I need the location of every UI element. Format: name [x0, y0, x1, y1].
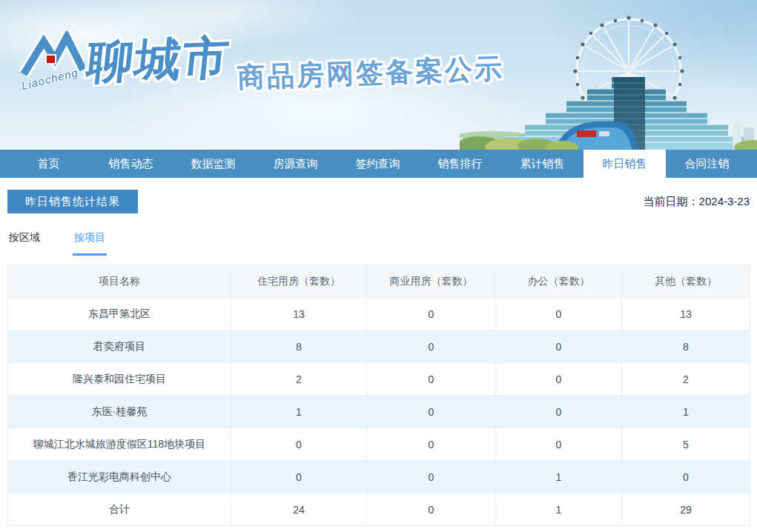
column-header: 办公（套数） — [496, 265, 622, 298]
ferris-wheel-illustration — [460, 0, 757, 150]
count-cell: 2 — [231, 363, 367, 396]
section-title-badge: 昨日销售统计结果 — [7, 190, 138, 213]
project-name-cell: 合计 — [8, 493, 231, 526]
count-cell: 5 — [622, 428, 750, 461]
tab-by-region[interactable]: 按区域 — [7, 228, 42, 256]
count-cell: 24 — [231, 493, 367, 526]
column-header: 住宅用房（套数） — [231, 265, 367, 298]
nav-item-5[interactable]: 签约查询 — [337, 150, 419, 178]
table-body: 东昌甲第北区130013君奕府项目8008隆兴泰和园住宅项目2002东医·桂馨苑… — [8, 298, 750, 526]
nav-item-7[interactable]: 累计销售 — [501, 150, 584, 178]
table-total-row: 合计240129 — [8, 493, 750, 526]
project-name-cell: 香江光彩电商科创中心 — [8, 461, 231, 493]
count-cell: 1 — [496, 461, 622, 493]
tab-by-project[interactable]: 按项目 — [73, 228, 107, 256]
nav-item-1[interactable]: 首页 — [7, 150, 90, 178]
table-row: 聊城江北水城旅游度假区118地块项目0005 — [8, 428, 750, 461]
table-row: 隆兴泰和园住宅项目2002 — [8, 363, 750, 396]
count-cell: 0 — [367, 493, 496, 526]
main-content: 昨日销售统计结果 当前日期：2024-3-23 按区域按项目 项目名称住宅用房（… — [0, 190, 757, 526]
count-cell: 0 — [496, 330, 622, 363]
count-cell: 1 — [231, 396, 367, 428]
project-name-cell: 君奕府项目 — [8, 330, 231, 363]
title-row: 昨日销售统计结果 当前日期：2024-3-23 — [7, 190, 750, 213]
count-cell: 29 — [622, 493, 750, 526]
site-banner: Liaocheng 聊城市 商品房网签备案公示 — [0, 0, 757, 150]
count-cell: 0 — [496, 428, 622, 461]
project-name-cell: 东昌甲第北区 — [8, 298, 231, 330]
count-cell: 0 — [367, 396, 496, 428]
current-date-label: 当前日期： — [644, 195, 699, 207]
project-name-cell: 隆兴泰和园住宅项目 — [8, 363, 231, 396]
column-header: 项目名称 — [8, 265, 231, 298]
table-row: 君奕府项目8008 — [8, 330, 750, 363]
count-cell: 0 — [367, 461, 496, 493]
count-cell: 2 — [622, 363, 750, 396]
table-header-row: 项目名称住宅用房（套数）商业用房（套数）办公（套数）其他（套数） — [8, 265, 750, 298]
site-logo: Liaocheng 聊城市 商品房网签备案公示 — [19, 31, 504, 92]
table-row: 东医·桂馨苑1001 — [8, 396, 750, 428]
column-header: 商业用房（套数） — [367, 265, 496, 298]
count-cell: 13 — [622, 298, 750, 330]
count-cell: 1 — [496, 493, 622, 526]
count-cell: 1 — [622, 396, 750, 428]
count-cell: 0 — [496, 363, 622, 396]
nav-item-9[interactable]: 合同注销 — [666, 150, 748, 178]
current-date-value: 2024-3-23 — [699, 195, 750, 207]
table-row: 香江光彩电商科创中心0010 — [8, 461, 750, 493]
column-header: 其他（套数） — [622, 265, 750, 298]
main-nav: 首页销售动态数据监测房源查询签约查询销售排行累计销售昨日销售合同注销 — [0, 150, 757, 178]
count-cell: 0 — [231, 428, 367, 461]
count-cell: 0 — [622, 461, 750, 493]
count-cell: 0 — [496, 298, 622, 330]
liaocheng-m-logo-icon: Liaocheng — [19, 31, 85, 89]
count-cell: 13 — [231, 298, 367, 330]
current-date: 当前日期：2024-3-23 — [644, 195, 750, 209]
nav-item-3[interactable]: 数据监测 — [172, 150, 254, 178]
site-name: 聊城市 — [84, 29, 233, 92]
nav-item-8[interactable]: 昨日销售 — [584, 150, 666, 178]
project-name-cell: 东医·桂馨苑 — [8, 396, 231, 428]
count-cell: 0 — [496, 396, 622, 428]
count-cell: 0 — [367, 363, 496, 396]
count-cell: 0 — [367, 428, 496, 461]
nav-item-6[interactable]: 销售排行 — [419, 150, 501, 178]
count-cell: 0 — [367, 298, 496, 330]
table-row: 东昌甲第北区130013 — [8, 298, 750, 330]
view-tabs: 按区域按项目 — [7, 228, 750, 255]
count-cell: 0 — [367, 330, 496, 363]
nav-item-4[interactable]: 房源查询 — [254, 150, 337, 178]
nav-item-2[interactable]: 销售动态 — [90, 150, 172, 178]
count-cell: 8 — [231, 330, 367, 363]
project-name-cell: 聊城江北水城旅游度假区118地块项目 — [8, 428, 231, 461]
sales-stats-table: 项目名称住宅用房（套数）商业用房（套数）办公（套数）其他（套数） 东昌甲第北区1… — [7, 265, 750, 526]
count-cell: 8 — [622, 330, 750, 363]
count-cell: 0 — [231, 461, 367, 493]
